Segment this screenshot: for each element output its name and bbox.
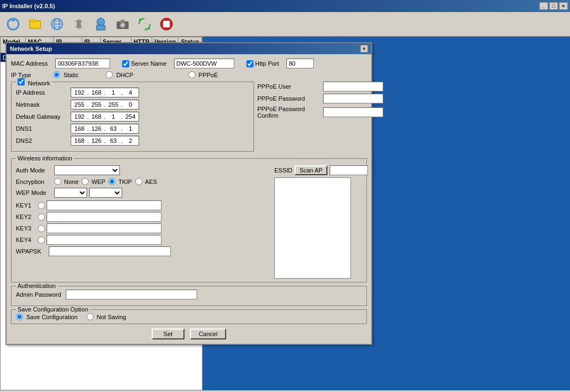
pppoe-password-input[interactable]	[323, 94, 383, 103]
dns2-b-input[interactable]	[89, 137, 103, 144]
gw-d-input[interactable]	[123, 113, 137, 120]
wep-radio[interactable]	[82, 178, 89, 185]
none-radio-label[interactable]: None	[54, 178, 78, 185]
scan-ap-button[interactable]: Scan AP	[295, 165, 327, 175]
wep-radio-label[interactable]: WEP	[82, 178, 105, 185]
key2-input[interactable]	[47, 212, 162, 222]
pppoe-confirm-input[interactable]	[323, 107, 383, 117]
dns1-field: . . .	[71, 124, 139, 134]
static-radio-label[interactable]: Static	[53, 71, 79, 78]
dns2-row: DNS2 . . .	[16, 136, 249, 146]
dialog-title-bar: Network Setup ×	[7, 43, 371, 54]
key1-radio[interactable]	[38, 202, 45, 209]
server-name-checkbox[interactable]	[122, 60, 129, 67]
key4-radio[interactable]	[38, 237, 45, 244]
gw-b-input[interactable]	[89, 113, 103, 120]
gw-c-input[interactable]	[106, 113, 120, 120]
not-saving-label: Not Saving	[97, 314, 126, 320]
wep-mode-select-1[interactable]	[54, 188, 87, 198]
netmask-a-input[interactable]	[72, 101, 87, 108]
aes-radio-label[interactable]: AES	[135, 178, 157, 185]
tkip-radio-label[interactable]: TKIP	[108, 178, 131, 185]
refresh-button[interactable]	[3, 14, 23, 34]
tkip-radio[interactable]	[108, 178, 116, 185]
netmask-b-input[interactable]	[89, 101, 103, 108]
mac-address-input[interactable]	[55, 59, 110, 68]
dialog-close-button[interactable]: ×	[360, 45, 368, 53]
dns2-c-input[interactable]	[106, 137, 120, 144]
dns1-c-input[interactable]	[106, 125, 120, 132]
key3-radio[interactable]	[38, 225, 45, 232]
wpapsk-input[interactable]	[49, 246, 171, 256]
network-button[interactable]	[47, 14, 67, 34]
dns2-a-input[interactable]	[72, 137, 87, 144]
pppoe-radio-label[interactable]: PPPoE	[188, 71, 218, 78]
minimize-button[interactable]: _	[539, 2, 548, 10]
key1-input[interactable]	[47, 200, 162, 210]
dialog-buttons: Set Cancel	[11, 328, 367, 339]
ip-c-input[interactable]	[106, 89, 120, 96]
aes-radio[interactable]	[135, 178, 142, 185]
pppoe-radio[interactable]	[188, 71, 195, 78]
dns1-d-input[interactable]	[123, 125, 137, 132]
not-saving-radio-label[interactable]: Not Saving	[87, 313, 126, 320]
admin-password-input[interactable]	[66, 290, 197, 299]
http-port-checkbox[interactable]	[246, 60, 254, 67]
pppoe-confirm-row: PPPoE Password Confirm	[257, 106, 367, 119]
wep-mode-select-2[interactable]	[89, 188, 122, 198]
maximize-button[interactable]: □	[549, 2, 558, 10]
none-radio[interactable]	[54, 178, 61, 185]
pppoe-user-label: PPPoE User	[257, 83, 323, 90]
ip-d-input[interactable]	[123, 89, 137, 96]
ip-address-field: . . .	[71, 88, 139, 97]
http-port-input[interactable]	[286, 59, 314, 68]
network-pppoe-row: Network IP Address . . .	[11, 82, 367, 155]
not-saving-radio[interactable]	[87, 313, 94, 320]
network-checkbox[interactable]	[18, 78, 25, 85]
close-button[interactable]: ×	[559, 2, 568, 10]
auth-section: Authentication Admin Password	[11, 286, 367, 306]
encryption-label: Encryption	[16, 178, 54, 185]
network-section-box: Network IP Address . . .	[11, 82, 254, 152]
title-bar-buttons: _ □ ×	[539, 2, 568, 10]
static-radio[interactable]	[53, 71, 60, 78]
essid-input[interactable]	[330, 165, 368, 175]
save-config-radio-label[interactable]: Save Configuration	[16, 313, 78, 320]
auth-mode-select[interactable]	[54, 165, 120, 175]
dns1-b-input[interactable]	[89, 125, 103, 132]
update-button[interactable]	[135, 14, 154, 34]
static-label: Static	[64, 72, 79, 78]
key3-input[interactable]	[47, 223, 162, 233]
settings-button[interactable]	[69, 14, 89, 34]
dhcp-radio[interactable]	[106, 71, 113, 78]
save-config-radio[interactable]	[16, 313, 23, 320]
key4-input[interactable]	[47, 235, 162, 245]
svg-point-9	[97, 18, 105, 26]
gw-a-input[interactable]	[72, 113, 87, 120]
ip-a-input[interactable]	[72, 89, 87, 96]
essid-list[interactable]	[274, 177, 351, 279]
dns2-d-input[interactable]	[123, 137, 137, 144]
stop-button[interactable]	[157, 14, 176, 34]
dhcp-radio-label[interactable]: DHCP	[106, 71, 133, 78]
wireless-right: ESSID Scan AP	[274, 165, 362, 279]
dns2-field: . . .	[71, 136, 139, 146]
key2-radio[interactable]	[38, 214, 45, 221]
cancel-button[interactable]: Cancel	[190, 328, 226, 339]
pppoe-user-input[interactable]	[323, 82, 383, 91]
auth-mode-row: Auth Mode	[16, 165, 269, 175]
camera-button[interactable]	[113, 14, 133, 34]
netmask-c-input[interactable]	[106, 101, 120, 108]
netmask-d-input[interactable]	[123, 101, 137, 108]
set-button[interactable]: Set	[152, 328, 185, 339]
pppoe-user-row: PPPoE User	[257, 82, 367, 91]
config-button[interactable]	[91, 14, 111, 34]
ip-b-input[interactable]	[89, 89, 103, 96]
wireless-section-box: Wireless information Auth Mode	[11, 158, 367, 283]
none-label: None	[64, 178, 78, 185]
open-button[interactable]	[25, 14, 45, 34]
server-name-input[interactable]	[174, 59, 234, 68]
dns1-a-input[interactable]	[72, 125, 87, 132]
svg-rect-18	[163, 21, 170, 27]
mac-address-label: MAC Address	[11, 60, 48, 67]
